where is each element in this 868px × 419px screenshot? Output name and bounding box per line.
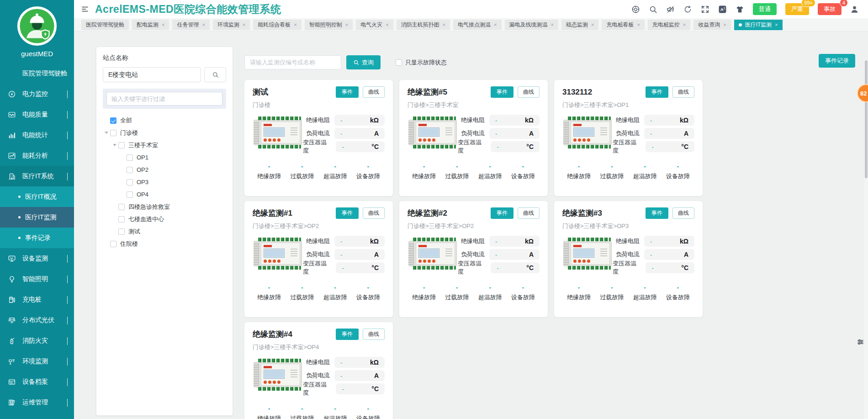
tab-close-icon[interactable]: × [443,22,445,27]
menu-collapse-icon[interactable] [81,5,89,13]
tree-checkbox[interactable] [118,216,125,223]
sidebar-item-medical-it-system[interactable]: 医疗IT系统 [0,166,74,186]
event-button[interactable]: 事件 [646,86,668,98]
accident-alert-button[interactable]: 事故 4 [818,3,842,15]
tab-close-icon[interactable]: × [591,22,594,27]
tree-checkbox[interactable] [127,179,133,186]
tab-12[interactable]: 充电桩监控× [648,20,690,30]
tab-5[interactable]: 智能照明控制× [305,20,353,30]
tree-node[interactable]: 全部 [103,114,226,127]
scrollbar-thumb[interactable] [865,60,868,178]
event-button[interactable]: 事件 [336,207,359,219]
tree-checkbox[interactable] [110,117,116,124]
tree-checkbox[interactable] [127,167,133,173]
sidebar-item-power-monitoring[interactable]: 电力监控 [0,84,74,104]
sidebar-subitem-medical-it-monitoring[interactable]: 医疗IT监测 [0,207,74,228]
tree-node[interactable]: 七楼血透中心 [103,213,226,225]
tab-9[interactable]: 漏电及线缆测温× [505,20,558,30]
sidebar-item-hospital-dashboard[interactable]: 医院管理驾驶舱 [0,63,74,84]
curve-button[interactable]: 曲线 [363,207,385,219]
tree-checkbox[interactable] [118,142,125,149]
tree-node[interactable]: OP4 [103,188,226,201]
tree-filter-input[interactable] [106,92,222,106]
device-search-input[interactable] [244,55,341,69]
tab-close-icon[interactable]: × [243,22,245,27]
event-button[interactable]: 事件 [491,86,513,98]
fullscreen-icon[interactable] [701,5,709,14]
adjust-settings-icon[interactable] [857,338,864,346]
tree-node[interactable]: 四楼急诊抢救室 [103,201,226,213]
tab-close-icon[interactable]: × [294,22,296,27]
curve-button[interactable]: 曲线 [363,329,385,340]
mute-icon[interactable] [666,5,675,14]
sidebar-subitem-event-records[interactable]: 事件记录 [0,228,74,248]
station-name-input[interactable] [103,67,201,82]
curve-button[interactable]: 曲线 [363,86,385,98]
tree-node[interactable]: 住院楼 [103,238,226,250]
tab-4[interactable]: 能耗综合看板× [253,20,301,30]
tab-7[interactable]: 消防主机拓扑图× [397,20,450,30]
tab-close-icon[interactable]: × [202,22,205,27]
tab-close-icon[interactable]: × [723,22,726,27]
tab-3[interactable]: 环境监测× [213,20,250,30]
page-scrollbar[interactable] [864,60,868,419]
sidebar-item-energy-analysis[interactable]: 能耗分析 [0,145,74,166]
sidebar-item-energy-statistics[interactable]: 电能统计 [0,125,74,145]
query-button[interactable]: 查询 [346,55,381,69]
sidebar-item-ev-charger[interactable]: 充电桩 [0,289,74,310]
sidebar-item-power-quality[interactable]: 电能质量 [0,104,74,125]
tree-checkbox[interactable] [110,241,116,247]
curve-button[interactable]: 曲线 [672,207,694,219]
tree-checkbox[interactable] [127,154,133,161]
tree-node[interactable]: OP3 [103,176,226,188]
language-icon[interactable]: A文 [718,5,727,14]
tree-checkbox[interactable] [118,228,125,235]
sidebar-subitem-medical-it-overview[interactable]: 医疗IT概况 [0,186,74,207]
tree-checkbox[interactable] [110,130,116,136]
tree-expand-icon[interactable] [111,144,118,146]
tree-node[interactable]: 门诊楼 [103,127,226,139]
tree-checkbox[interactable] [118,204,125,210]
tab-close-icon[interactable]: × [386,22,388,27]
tab-14[interactable]: 医疗IT监测× [734,20,783,30]
tab-close-icon[interactable]: × [345,22,348,27]
checkbox-box[interactable] [396,59,402,66]
event-button[interactable]: 事件 [336,86,359,98]
curve-button[interactable]: 曲线 [518,86,540,98]
tree-node[interactable]: 测试 [103,225,226,238]
guide-icon[interactable] [631,5,640,14]
tab-6[interactable]: 电气火灾× [356,20,393,30]
sidebar-item-device-archive[interactable]: 设备档案 [0,371,74,392]
user-icon[interactable] [850,5,859,14]
sidebar-item-ops-management[interactable]: 运维管理 [0,392,74,413]
sidebar-item-environment-monitoring[interactable]: 环境监测 [0,351,74,371]
curve-button[interactable]: 曲线 [672,86,694,98]
curve-button[interactable]: 曲线 [518,207,540,219]
sidebar-item-fire-safety[interactable]: 消防火灾 [0,330,74,351]
theme-icon[interactable] [736,5,744,14]
tab-close-icon[interactable]: × [637,22,640,27]
tab-2[interactable]: 任务管理× [172,20,209,30]
search-icon[interactable] [649,5,657,14]
event-button[interactable]: 事件 [336,329,359,340]
tab-13[interactable]: 收益查询× [693,20,730,30]
tab-1[interactable]: 配电监测× [132,20,169,30]
tree-node[interactable]: 三楼手术室 [103,139,226,151]
tab-close-icon[interactable]: × [683,22,686,27]
event-button[interactable]: 事件 [646,207,668,219]
sidebar-item-smart-lighting[interactable]: 智能照明 [0,269,74,289]
tab-close-icon[interactable]: × [551,22,554,27]
tree-expand-icon[interactable] [103,132,110,134]
tab-8[interactable]: 电气接点测温× [453,20,501,30]
tab-11[interactable]: 充电桩看板× [602,20,644,30]
tab-10[interactable]: 稳态监测× [561,20,598,30]
event-button[interactable]: 事件 [491,207,513,219]
normal-alert-button[interactable]: 普通 [753,3,777,15]
sidebar-item-distributed-pv[interactable]: 分布式光伏 [0,310,74,330]
refresh-icon[interactable] [683,5,692,14]
tree-node[interactable]: OP2 [103,164,226,176]
tree-node[interactable]: OP1 [103,151,226,164]
station-search-button[interactable] [204,67,226,82]
floating-alert-badge[interactable]: 82 [857,84,868,102]
tab-close-icon[interactable]: × [775,22,778,27]
